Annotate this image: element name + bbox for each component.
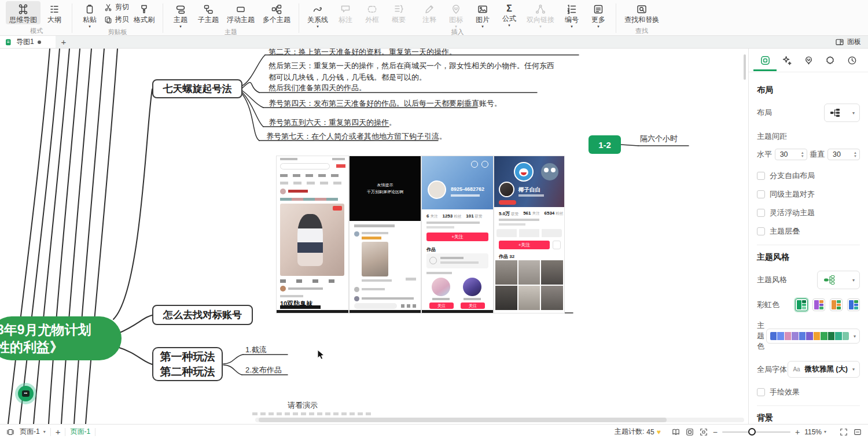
- work-thumb[interactable]: [495, 286, 517, 310]
- step-down-icon[interactable]: ▼: [854, 154, 857, 158]
- topic-day3-line1[interactable]: 然后第三天：重复第一天的操作，然后在商城买一个，跟女性相关的小物件。任何东西: [269, 61, 554, 71]
- step-down-icon[interactable]: ▼: [801, 154, 804, 158]
- paste-button[interactable]: 粘贴▾: [77, 1, 102, 28]
- post-photo[interactable]: [280, 204, 344, 276]
- subtopic-button[interactable]: 子主题: [194, 1, 222, 24]
- collapse-panel-icon[interactable]: [853, 427, 862, 437]
- multi-topic-button[interactable]: 多个主题: [259, 1, 294, 24]
- topic-demo[interactable]: 请看演示: [288, 400, 318, 411]
- page-selector-dropdown[interactable]: 页面-1 ▾: [20, 427, 46, 437]
- tab-style[interactable]: [780, 50, 794, 71]
- screenshot-video-comments[interactable]: 友情提示 千万别刷屏评论区啊: [350, 156, 421, 313]
- fullscreen-icon[interactable]: [839, 427, 848, 437]
- screenshot-profile-2[interactable]: 椰子白白 5.0万获赞 561关注 6534粉丝 +关注 作品 32: [494, 156, 564, 313]
- topic-button[interactable]: 主题▾: [168, 1, 193, 28]
- bidirectional-link-button[interactable]: 双向链接▾: [523, 1, 558, 28]
- reading-view-icon[interactable]: [671, 427, 681, 437]
- video-frame[interactable]: 友情提示 千万别刷屏评论区啊: [350, 156, 421, 221]
- zoom-level-dropdown[interactable]: 115% ▾: [804, 428, 826, 436]
- pages-panel-icon[interactable]: [6, 427, 15, 437]
- note-button[interactable]: 注释: [417, 1, 442, 24]
- checkbox-free-branch-layout[interactable]: 分支自由布局: [757, 171, 860, 181]
- summary-button[interactable]: 概要: [386, 1, 411, 24]
- branch-collapse-badge[interactable]: ▪▪: [18, 386, 34, 401]
- topic-day5-6[interactable]: 养号第五到六天：重复第四天的操作。: [269, 117, 396, 128]
- node-seven-day-method[interactable]: 七天螺旋起号法: [152, 79, 242, 98]
- global-font-dropdown[interactable]: Aa 微软雅黑 (大) ▾: [788, 361, 860, 378]
- topic-day3-line3[interactable]: 然后我们准备第四天的作品。: [269, 83, 366, 93]
- node-1-2[interactable]: 1-2: [589, 135, 621, 154]
- node-play-methods[interactable]: 第一种玩法 第二种玩法: [152, 347, 223, 381]
- root-node[interactable]: 3年9月尤物计划 性的利益》: [0, 316, 122, 360]
- theme-style-dropdown[interactable]: ▾: [817, 271, 860, 289]
- document-tab[interactable]: 导图1: [0, 36, 56, 48]
- find-replace-button[interactable]: 查找和替换: [621, 1, 663, 24]
- screenshot-xiaohongshu-post[interactable]: 10双防臭袜: [277, 156, 348, 313]
- active-page-tab[interactable]: 页面-1: [70, 427, 90, 437]
- comment-input[interactable]: [354, 303, 397, 309]
- topic-play-child1[interactable]: 1.截流: [245, 345, 267, 355]
- image-button[interactable]: 图片▾: [470, 1, 495, 28]
- suggest-card[interactable]: 关注: [459, 278, 487, 309]
- topic-play-child2[interactable]: 2.发布作品: [245, 365, 282, 375]
- search-button[interactable]: [336, 164, 345, 168]
- follow-button[interactable]: +关注: [426, 233, 488, 241]
- rainbow-swatch-3[interactable]: [830, 298, 843, 311]
- work-thumb[interactable]: [518, 260, 540, 285]
- zoom-in-button[interactable]: +: [795, 427, 800, 437]
- rainbow-swatch-1[interactable]: [795, 298, 808, 311]
- zoom-slider[interactable]: [722, 431, 790, 433]
- work-thumb[interactable]: [541, 260, 563, 285]
- topic-day4[interactable]: 养号第四天：发布第三天准备好的作品。以后每一天都要刷垂直账号。: [269, 98, 502, 109]
- checkbox-topic-overlap[interactable]: 主题层叠: [757, 226, 860, 237]
- add-tab-button[interactable]: +: [56, 36, 72, 48]
- tab-sticker[interactable]: [823, 50, 837, 71]
- tab-layout[interactable]: [758, 50, 772, 71]
- work-thumb[interactable]: [495, 260, 517, 285]
- outline-mode-button[interactable]: 大纲: [42, 1, 67, 24]
- profile-avatar[interactable]: [428, 180, 446, 199]
- focus-node-icon[interactable]: [685, 427, 694, 437]
- share-icon[interactable]: [471, 161, 478, 168]
- layout-dropdown[interactable]: ▾: [824, 104, 860, 122]
- tab-history[interactable]: [845, 50, 859, 71]
- mindmap-canvas[interactable]: 第二天：换上第一天准备好的资料。重复第一天的操作。 然后第三天：重复第一天的操作…: [0, 49, 748, 424]
- vertical-spacing-stepper[interactable]: 30▲▼: [827, 149, 860, 160]
- zoom-out-button[interactable]: −: [713, 427, 718, 437]
- node-find-benchmark[interactable]: 怎么去找对标账号: [152, 305, 253, 325]
- topic-day7[interactable]: 养号第七天：在个人简介或者其他地方留下钩子引流。: [266, 131, 447, 142]
- copy-button[interactable]: 拷贝: [104, 14, 129, 24]
- callout-button[interactable]: 标注: [333, 1, 358, 24]
- work-thumb[interactable]: [518, 286, 540, 310]
- theme-color-dropdown[interactable]: ▾: [766, 329, 860, 344]
- horizontal-scrollbar[interactable]: [255, 418, 744, 422]
- horizontal-spacing-stepper[interactable]: 30▲▼: [775, 149, 807, 160]
- tab-icon-marker[interactable]: [801, 50, 815, 71]
- fit-screen-icon[interactable]: [699, 427, 708, 437]
- topic-interval[interactable]: 隔六个小时: [640, 134, 678, 144]
- screenshot-profile-1[interactable]: 8925-4682762 6关注 1253粉丝 101获赞 +关注 作品 关注: [422, 156, 493, 313]
- topic-day3-line2[interactable]: 都可以几块钱，几分钱，几毛钱。都是可以的。: [269, 72, 426, 83]
- search-input[interactable]: [280, 163, 330, 169]
- mindmap-mode-button[interactable]: 思维导图: [6, 1, 41, 24]
- panel-toggle-button[interactable]: 面板: [828, 36, 868, 48]
- more-icon[interactable]: [481, 161, 488, 168]
- checkbox-sketch-effect[interactable]: 手绘效果: [757, 387, 860, 397]
- message-button[interactable]: [553, 241, 561, 249]
- rainbow-swatch-2[interactable]: [812, 298, 825, 311]
- more-button[interactable]: 更多▾: [586, 1, 611, 28]
- vertical-scrollbar-thumb[interactable]: [744, 54, 746, 80]
- works-grid[interactable]: [495, 260, 563, 310]
- boundary-button[interactable]: 外框: [359, 1, 385, 24]
- work-thumb[interactable]: [541, 286, 563, 310]
- checkbox-sibling-align[interactable]: 同级主题对齐: [757, 189, 860, 200]
- profile-avatar[interactable]: [499, 182, 514, 197]
- cut-button[interactable]: 剪切: [104, 2, 129, 12]
- suggest-card[interactable]: 关注: [428, 278, 455, 309]
- horizontal-scrollbar-thumb[interactable]: [259, 418, 667, 422]
- format-painter-button[interactable]: 格式刷: [130, 1, 158, 24]
- zoom-slider-thumb[interactable]: [748, 428, 756, 436]
- relation-line-button[interactable]: 关系线▾: [304, 1, 332, 28]
- floating-topic-button[interactable]: 浮动主题: [223, 1, 258, 24]
- comment-photo[interactable]: [362, 242, 388, 276]
